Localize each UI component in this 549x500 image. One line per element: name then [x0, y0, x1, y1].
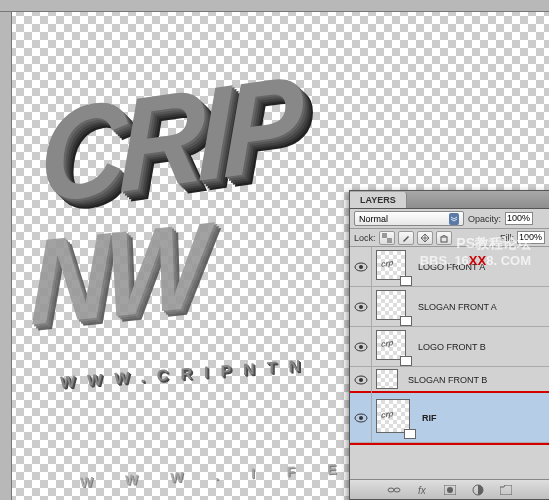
visibility-toggle[interactable]	[350, 287, 372, 327]
visibility-toggle[interactable]	[350, 367, 372, 393]
svg-point-10	[359, 378, 363, 382]
layer-row[interactable]: SLOGAN FRONT A	[350, 287, 549, 327]
layers-bottom-bar: fx	[350, 479, 549, 499]
svg-point-6	[359, 305, 363, 309]
selected-layer-highlight: crp RIF	[350, 391, 549, 445]
svg-point-14	[394, 488, 400, 492]
layer-name: SLOGAN FRONT A	[418, 302, 549, 312]
layer-style-icon[interactable]: fx	[414, 483, 430, 497]
fill-label: Fill:	[500, 233, 514, 243]
layer-row[interactable]: SLOGAN FRONT B	[350, 367, 549, 393]
visibility-toggle[interactable]	[350, 247, 372, 287]
layer-name: SLOGAN FRONT B	[408, 375, 549, 385]
svg-text:fx: fx	[418, 485, 427, 496]
lock-all-button[interactable]	[436, 231, 452, 245]
adjustment-layer-icon[interactable]	[470, 483, 486, 497]
logo-3d-b: NW	[30, 195, 201, 353]
svg-point-17	[447, 487, 453, 493]
layer-thumbnail[interactable]	[376, 290, 410, 324]
ruler-left	[0, 12, 12, 500]
chevron-down-icon	[449, 213, 459, 225]
lock-row: Lock: Fill: 100%	[350, 229, 549, 247]
lock-transparency-button[interactable]	[379, 231, 395, 245]
panel-tab-bar: LAYERS	[350, 191, 549, 209]
layer-thumbnail[interactable]	[376, 369, 400, 391]
lock-label: Lock:	[354, 233, 376, 243]
layers-panel: LAYERS Normal Opacity: 100% Lock: Fill: …	[349, 190, 549, 500]
lock-pixels-button[interactable]	[398, 231, 414, 245]
svg-point-8	[359, 345, 363, 349]
layer-list: crp LOGO FRONT A SLOGAN FRONT A crp LOGO…	[350, 247, 549, 477]
layer-name: LOGO FRONT B	[418, 342, 549, 352]
svg-point-12	[359, 416, 363, 420]
svg-point-13	[388, 488, 394, 492]
group-icon[interactable]	[498, 483, 514, 497]
svg-rect-1	[387, 238, 392, 243]
link-layers-icon[interactable]	[386, 483, 402, 497]
layer-thumbnail[interactable]: crp	[376, 330, 410, 364]
layer-row[interactable]: crp LOGO FRONT B	[350, 327, 549, 367]
layer-row[interactable]: crp LOGO FRONT A	[350, 247, 549, 287]
lock-position-button[interactable]	[417, 231, 433, 245]
svg-rect-2	[441, 237, 447, 242]
tab-layers[interactable]: LAYERS	[350, 192, 407, 208]
blend-opacity-row: Normal Opacity: 100%	[350, 209, 549, 229]
blend-mode-dropdown[interactable]: Normal	[354, 211, 464, 226]
opacity-label: Opacity:	[468, 214, 501, 224]
fill-value[interactable]: 100%	[517, 231, 545, 244]
layer-name: LOGO FRONT A	[418, 262, 549, 272]
layer-thumbnail[interactable]: crp	[376, 399, 414, 437]
layer-name: RIF	[422, 413, 549, 423]
layer-row[interactable]: crp RIF	[350, 393, 549, 443]
visibility-toggle[interactable]	[350, 327, 372, 367]
slogan-a: WWW.CRIPNTN	[60, 356, 312, 392]
svg-rect-0	[382, 233, 387, 238]
opacity-value[interactable]: 100%	[505, 212, 533, 225]
ruler-top	[0, 0, 549, 12]
svg-point-4	[359, 265, 363, 269]
layer-mask-icon[interactable]	[442, 483, 458, 497]
layer-thumbnail[interactable]: crp	[376, 250, 410, 284]
visibility-toggle[interactable]	[350, 393, 372, 443]
blend-mode-value: Normal	[359, 214, 388, 224]
